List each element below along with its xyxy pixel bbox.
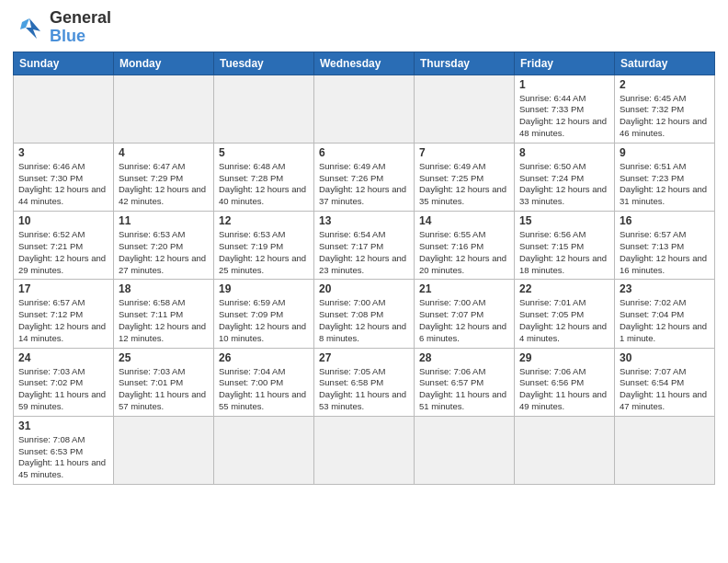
day-number: 11 bbox=[119, 214, 209, 227]
calendar-cell bbox=[615, 416, 715, 484]
calendar-cell bbox=[114, 75, 214, 143]
day-info: Sunrise: 6:44 AM Sunset: 7:33 PM Dayligh… bbox=[519, 93, 609, 140]
day-number: 20 bbox=[319, 282, 409, 295]
calendar-cell: 2Sunrise: 6:45 AM Sunset: 7:32 PM Daylig… bbox=[615, 75, 715, 143]
calendar-cell: 17Sunrise: 6:57 AM Sunset: 7:12 PM Dayli… bbox=[14, 280, 114, 348]
calendar-cell: 11Sunrise: 6:53 AM Sunset: 7:20 PM Dayli… bbox=[114, 212, 214, 280]
calendar-cell bbox=[214, 416, 314, 484]
calendar-cell: 5Sunrise: 6:48 AM Sunset: 7:28 PM Daylig… bbox=[214, 143, 314, 211]
day-number: 6 bbox=[319, 146, 409, 159]
calendar-cell bbox=[14, 75, 114, 143]
weekday-header-saturday: Saturday bbox=[615, 52, 715, 75]
calendar-cell: 1Sunrise: 6:44 AM Sunset: 7:33 PM Daylig… bbox=[515, 75, 615, 143]
week-row-5: 24Sunrise: 7:03 AM Sunset: 7:02 PM Dayli… bbox=[14, 348, 715, 416]
calendar-cell: 13Sunrise: 6:54 AM Sunset: 7:17 PM Dayli… bbox=[314, 212, 415, 280]
day-info: Sunrise: 6:52 AM Sunset: 7:21 PM Dayligh… bbox=[18, 229, 108, 276]
calendar-cell: 15Sunrise: 6:56 AM Sunset: 7:15 PM Dayli… bbox=[515, 212, 615, 280]
day-info: Sunrise: 6:56 AM Sunset: 7:15 PM Dayligh… bbox=[519, 229, 609, 276]
day-number: 18 bbox=[119, 282, 209, 295]
day-number: 27 bbox=[319, 351, 409, 364]
calendar-cell: 7Sunrise: 6:49 AM Sunset: 7:25 PM Daylig… bbox=[415, 143, 515, 211]
day-info: Sunrise: 7:02 AM Sunset: 7:04 PM Dayligh… bbox=[620, 297, 710, 344]
weekday-header-friday: Friday bbox=[515, 52, 615, 75]
calendar-cell: 6Sunrise: 6:49 AM Sunset: 7:26 PM Daylig… bbox=[314, 143, 415, 211]
day-number: 15 bbox=[519, 214, 609, 227]
day-info: Sunrise: 7:06 AM Sunset: 6:56 PM Dayligh… bbox=[519, 366, 609, 413]
day-info: Sunrise: 7:00 AM Sunset: 7:08 PM Dayligh… bbox=[319, 297, 409, 344]
day-info: Sunrise: 6:51 AM Sunset: 7:23 PM Dayligh… bbox=[620, 161, 710, 208]
day-info: Sunrise: 6:55 AM Sunset: 7:16 PM Dayligh… bbox=[419, 229, 509, 276]
weekday-header-row: SundayMondayTuesdayWednesdayThursdayFrid… bbox=[14, 52, 715, 75]
logo: GeneralBlue bbox=[13, 9, 111, 46]
day-info: Sunrise: 7:03 AM Sunset: 7:02 PM Dayligh… bbox=[18, 366, 108, 413]
calendar-cell: 8Sunrise: 6:50 AM Sunset: 7:24 PM Daylig… bbox=[515, 143, 615, 211]
day-info: Sunrise: 7:05 AM Sunset: 6:58 PM Dayligh… bbox=[319, 366, 409, 413]
calendar-cell: 16Sunrise: 6:57 AM Sunset: 7:13 PM Dayli… bbox=[615, 212, 715, 280]
day-info: Sunrise: 6:53 AM Sunset: 7:20 PM Dayligh… bbox=[119, 229, 209, 276]
weekday-header-wednesday: Wednesday bbox=[314, 52, 415, 75]
day-info: Sunrise: 6:45 AM Sunset: 7:32 PM Dayligh… bbox=[620, 93, 710, 140]
day-info: Sunrise: 7:00 AM Sunset: 7:07 PM Dayligh… bbox=[419, 297, 509, 344]
day-info: Sunrise: 6:46 AM Sunset: 7:30 PM Dayligh… bbox=[18, 161, 108, 208]
calendar-cell: 23Sunrise: 7:02 AM Sunset: 7:04 PM Dayli… bbox=[615, 280, 715, 348]
calendar-cell: 30Sunrise: 7:07 AM Sunset: 6:54 PM Dayli… bbox=[615, 348, 715, 416]
calendar-cell bbox=[415, 416, 515, 484]
day-number: 14 bbox=[419, 214, 509, 227]
week-row-3: 10Sunrise: 6:52 AM Sunset: 7:21 PM Dayli… bbox=[14, 212, 715, 280]
day-info: Sunrise: 6:47 AM Sunset: 7:29 PM Dayligh… bbox=[119, 161, 209, 208]
week-row-4: 17Sunrise: 6:57 AM Sunset: 7:12 PM Dayli… bbox=[14, 280, 715, 348]
day-number: 28 bbox=[419, 351, 509, 364]
calendar-cell bbox=[214, 75, 314, 143]
day-info: Sunrise: 7:04 AM Sunset: 7:00 PM Dayligh… bbox=[219, 366, 309, 413]
day-number: 5 bbox=[219, 146, 309, 159]
day-number: 24 bbox=[18, 351, 108, 364]
calendar-cell: 10Sunrise: 6:52 AM Sunset: 7:21 PM Dayli… bbox=[14, 212, 114, 280]
logo-icon bbox=[13, 15, 46, 40]
day-number: 22 bbox=[519, 282, 609, 295]
weekday-header-monday: Monday bbox=[114, 52, 214, 75]
calendar-cell: 27Sunrise: 7:05 AM Sunset: 6:58 PM Dayli… bbox=[314, 348, 415, 416]
day-number: 8 bbox=[519, 146, 609, 159]
day-number: 25 bbox=[119, 351, 209, 364]
day-info: Sunrise: 6:58 AM Sunset: 7:11 PM Dayligh… bbox=[119, 297, 209, 344]
calendar-cell: 20Sunrise: 7:00 AM Sunset: 7:08 PM Dayli… bbox=[314, 280, 415, 348]
day-info: Sunrise: 7:01 AM Sunset: 7:05 PM Dayligh… bbox=[519, 297, 609, 344]
day-number: 10 bbox=[18, 214, 108, 227]
calendar-cell: 31Sunrise: 7:08 AM Sunset: 6:53 PM Dayli… bbox=[14, 416, 114, 484]
week-row-2: 3Sunrise: 6:46 AM Sunset: 7:30 PM Daylig… bbox=[14, 143, 715, 211]
calendar-cell bbox=[314, 75, 415, 143]
day-number: 12 bbox=[219, 214, 309, 227]
calendar-cell bbox=[114, 416, 214, 484]
day-number: 7 bbox=[419, 146, 509, 159]
day-info: Sunrise: 6:59 AM Sunset: 7:09 PM Dayligh… bbox=[219, 297, 309, 344]
day-info: Sunrise: 6:54 AM Sunset: 7:17 PM Dayligh… bbox=[319, 229, 409, 276]
calendar-cell: 18Sunrise: 6:58 AM Sunset: 7:11 PM Dayli… bbox=[114, 280, 214, 348]
day-number: 2 bbox=[620, 78, 710, 91]
day-number: 9 bbox=[620, 146, 710, 159]
calendar-cell bbox=[314, 416, 415, 484]
logo-text: GeneralBlue bbox=[50, 9, 111, 46]
day-number: 19 bbox=[219, 282, 309, 295]
day-info: Sunrise: 6:48 AM Sunset: 7:28 PM Dayligh… bbox=[219, 161, 309, 208]
day-info: Sunrise: 6:49 AM Sunset: 7:26 PM Dayligh… bbox=[319, 161, 409, 208]
day-number: 30 bbox=[620, 351, 710, 364]
day-info: Sunrise: 7:03 AM Sunset: 7:01 PM Dayligh… bbox=[119, 366, 209, 413]
calendar-cell: 22Sunrise: 7:01 AM Sunset: 7:05 PM Dayli… bbox=[515, 280, 615, 348]
day-number: 3 bbox=[18, 146, 108, 159]
day-number: 16 bbox=[620, 214, 710, 227]
calendar-cell: 4Sunrise: 6:47 AM Sunset: 7:29 PM Daylig… bbox=[114, 143, 214, 211]
day-number: 29 bbox=[519, 351, 609, 364]
calendar-cell: 12Sunrise: 6:53 AM Sunset: 7:19 PM Dayli… bbox=[214, 212, 314, 280]
calendar: SundayMondayTuesdayWednesdayThursdayFrid… bbox=[13, 52, 715, 486]
day-info: Sunrise: 6:57 AM Sunset: 7:12 PM Dayligh… bbox=[18, 297, 108, 344]
day-number: 13 bbox=[319, 214, 409, 227]
day-info: Sunrise: 6:50 AM Sunset: 7:24 PM Dayligh… bbox=[519, 161, 609, 208]
day-number: 23 bbox=[620, 282, 710, 295]
weekday-header-thursday: Thursday bbox=[415, 52, 515, 75]
day-info: Sunrise: 7:06 AM Sunset: 6:57 PM Dayligh… bbox=[419, 366, 509, 413]
weekday-header-tuesday: Tuesday bbox=[214, 52, 314, 75]
week-row-1: 1Sunrise: 6:44 AM Sunset: 7:33 PM Daylig… bbox=[14, 75, 715, 143]
calendar-cell bbox=[515, 416, 615, 484]
day-info: Sunrise: 6:57 AM Sunset: 7:13 PM Dayligh… bbox=[620, 229, 710, 276]
day-number: 21 bbox=[419, 282, 509, 295]
